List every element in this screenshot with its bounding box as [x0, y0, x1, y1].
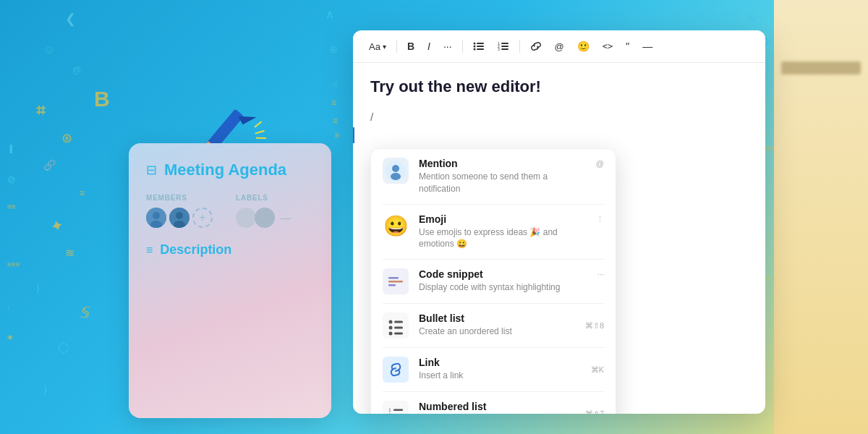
- code-title: Code snippet: [419, 268, 587, 280]
- dropdown-item-emoji[interactable]: 😀 Emoji Use emojis to express ideas 🎉 an…: [371, 205, 616, 260]
- svg-rect-28: [388, 277, 399, 279]
- svg-rect-23: [501, 48, 509, 50]
- labels-group: —: [236, 208, 291, 228]
- bullet-item-text: Bullet list Create an unordered list: [419, 312, 575, 338]
- emoji-icon: 🙂: [577, 41, 590, 52]
- emoji-badge: ⋮: [596, 215, 604, 224]
- numbered-title: Numbered list: [419, 401, 575, 412]
- svg-rect-30: [388, 284, 396, 286]
- meeting-title: Meeting Agenda: [164, 161, 286, 179]
- more-formatting-button[interactable]: ···: [439, 38, 456, 55]
- svg-point-25: [392, 165, 399, 172]
- code-desc: Display code with syntax highlighting: [419, 281, 587, 294]
- bold-button[interactable]: B: [403, 38, 419, 55]
- svg-rect-37: [394, 333, 403, 335]
- svg-rect-13: [477, 43, 484, 44]
- labels-section: LABELS —: [236, 194, 291, 228]
- font-label: Aa: [369, 41, 380, 52]
- code-badge: ···: [597, 270, 604, 278]
- link-title: Link: [419, 357, 581, 368]
- avatars-group: +: [146, 208, 213, 228]
- svg-point-26: [391, 173, 401, 180]
- quote-button[interactable]: ": [621, 38, 634, 55]
- dropdown-item-link[interactable]: Link Insert a link ⌘K: [371, 348, 616, 391]
- members-section: MEMBERS +: [146, 194, 213, 228]
- unordered-list-button[interactable]: [469, 38, 489, 54]
- svg-line-3: [255, 129, 265, 135]
- link-desc: Insert a link: [419, 370, 581, 382]
- mention-button[interactable]: @: [550, 38, 569, 55]
- link-button[interactable]: [526, 38, 546, 54]
- dropdown-item-numbered[interactable]: 1 2 3 Numbered list Create an ordered li…: [371, 392, 616, 414]
- svg-rect-15: [477, 46, 484, 47]
- toolbar: Aa ▾ B I ··· 1 2: [353, 30, 765, 63]
- link-shortcut: ⌘K: [591, 365, 604, 375]
- meeting-header: ⊟ Meeting Agenda: [146, 161, 314, 179]
- toolbar-separator-3: [519, 40, 520, 53]
- editor-area: Aa ▾ B I ··· 1 2: [353, 30, 765, 414]
- svg-rect-41: [393, 409, 403, 412]
- svg-rect-33: [394, 321, 403, 323]
- add-member-button[interactable]: +: [192, 208, 213, 228]
- left-panel: ⊟ Meeting Agenda MEMBERS: [129, 143, 331, 418]
- code-button[interactable]: <>: [598, 38, 617, 54]
- link-item-text: Link Insert a link: [419, 357, 581, 382]
- dropdown-item-code[interactable]: Code snippet Display code with syntax hi…: [371, 260, 616, 303]
- svg-text:2: 2: [388, 412, 391, 414]
- font-chevron-icon: ▾: [383, 43, 386, 51]
- svg-point-14: [473, 46, 475, 48]
- monitor-icon: ⊟: [146, 162, 157, 178]
- numbered-item-text: Numbered list Create an ordered list: [419, 401, 575, 414]
- code-icon: <>: [603, 41, 613, 51]
- svg-text:3: 3: [498, 47, 500, 51]
- avatar-2: [169, 208, 190, 228]
- toolbar-separator-1: [396, 40, 397, 53]
- editor-title: Try out the new editor!: [370, 77, 748, 96]
- emoji-item-text: Emoji Use emojis to express ideas 🎉 and …: [419, 213, 586, 251]
- dropdown-item-bullet[interactable]: Bullet list Create an unordered list ⌘⇧8: [371, 304, 616, 347]
- description-row: ≡ Description: [146, 242, 314, 258]
- svg-rect-19: [501, 43, 509, 44]
- numbered-item-icon: 1 2 3: [383, 401, 409, 414]
- more-labels: —: [281, 212, 291, 224]
- emoji-title: Emoji: [419, 213, 586, 225]
- emoji-item-icon: 😀: [383, 213, 409, 239]
- code-item-text: Code snippet Display code with syntax hi…: [419, 268, 587, 294]
- svg-text:1: 1: [388, 407, 391, 412]
- dash-button[interactable]: —: [638, 38, 657, 55]
- emoji-button[interactable]: 🙂: [573, 38, 594, 55]
- font-button[interactable]: Aa ▾: [365, 38, 391, 55]
- svg-point-12: [473, 43, 475, 45]
- dash-icon: —: [642, 41, 652, 52]
- slash-dropdown: Mention Mention someone to send them a n…: [370, 148, 616, 414]
- svg-rect-35: [394, 327, 403, 329]
- members-label: MEMBERS: [146, 194, 213, 202]
- meta-row: MEMBERS +: [146, 194, 314, 228]
- label-2: [255, 208, 275, 228]
- description-label: Description: [160, 242, 231, 258]
- bullet-desc: Create an unordered list: [419, 326, 575, 338]
- ordered-list-button[interactable]: 1 2 3: [493, 38, 514, 54]
- labels-label: LABELS: [236, 194, 291, 202]
- dropdown-item-mention[interactable]: Mention Mention someone to send them a n…: [371, 149, 616, 204]
- svg-rect-21: [501, 46, 509, 47]
- avatar-1: [146, 208, 166, 228]
- svg-point-16: [473, 48, 475, 51]
- svg-rect-39: [383, 401, 409, 414]
- quote-icon: ": [626, 41, 629, 52]
- editor-content[interactable]: Try out the new editor! / Mention Men: [353, 63, 765, 140]
- code-item-icon: [383, 268, 409, 294]
- svg-point-10: [176, 212, 183, 219]
- link-item-icon: [383, 357, 409, 383]
- svg-point-32: [389, 320, 393, 324]
- bullet-title: Bullet list: [419, 312, 575, 324]
- svg-rect-29: [388, 281, 403, 283]
- numbered-shortcut: ⌘⇧7: [585, 409, 604, 414]
- bullet-shortcut: ⌘⇧8: [585, 321, 604, 331]
- svg-rect-17: [477, 48, 484, 50]
- slash-command: /: [370, 108, 748, 126]
- at-icon: @: [555, 41, 564, 52]
- emoji-desc: Use emojis to express ideas 🎉 and emotio…: [419, 226, 586, 251]
- mention-desc: Mention someone to send them a notificat…: [419, 171, 586, 195]
- italic-button[interactable]: I: [423, 38, 435, 55]
